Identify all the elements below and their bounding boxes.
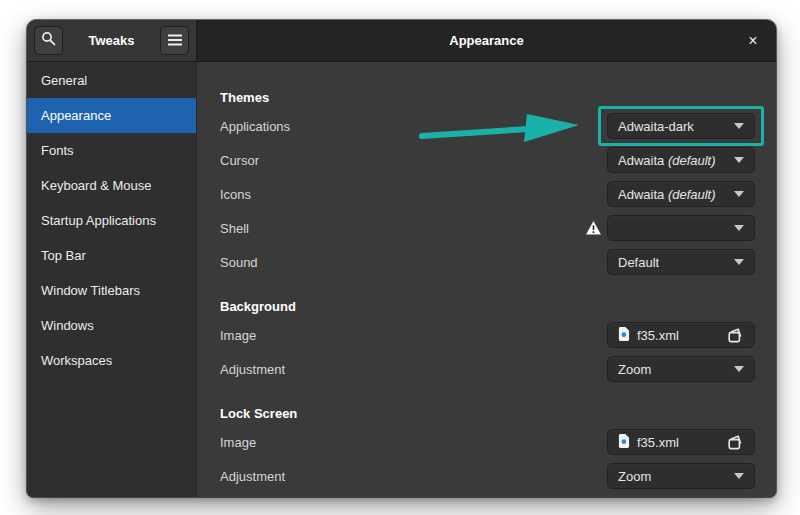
combo-value: Zoom bbox=[618, 469, 651, 484]
search-icon bbox=[41, 31, 56, 50]
page-title: Appearance bbox=[449, 33, 523, 48]
sidebar-item-top-bar[interactable]: Top Bar bbox=[27, 238, 196, 273]
settings-row-background-adjustment: AdjustmentZoom bbox=[220, 356, 755, 382]
sidebar-item-workspaces[interactable]: Workspaces bbox=[27, 343, 196, 378]
combo-value: Adwaita (default) bbox=[618, 153, 716, 168]
open-file-icon bbox=[727, 328, 744, 343]
sidebar-item-fonts[interactable]: Fonts bbox=[27, 133, 196, 168]
row-label: Icons bbox=[220, 187, 251, 202]
open-file-icon bbox=[727, 435, 744, 450]
sidebar-item-appearance[interactable]: Appearance bbox=[27, 98, 196, 133]
file-chooser-lock-screen-image[interactable]: f35.xml bbox=[607, 429, 755, 455]
settings-row-themes-sound: SoundDefault bbox=[220, 249, 755, 275]
headerbar: Tweaks Appearance × bbox=[27, 20, 776, 62]
settings-row-themes-cursor: CursorAdwaita (default) bbox=[220, 147, 755, 173]
section-title-lock-screen: Lock Screen bbox=[220, 406, 755, 422]
menu-button[interactable] bbox=[160, 26, 189, 55]
app-title: Tweaks bbox=[63, 33, 160, 48]
file-name: f35.xml bbox=[637, 435, 679, 450]
combo-themes-icons[interactable]: Adwaita (default) bbox=[607, 181, 755, 207]
row-label: Shell bbox=[220, 221, 249, 236]
combo-themes-cursor[interactable]: Adwaita (default) bbox=[607, 147, 755, 173]
chevron-down-icon bbox=[734, 259, 744, 265]
sidebar: GeneralAppearanceFontsKeyboard & MouseSt… bbox=[27, 62, 197, 497]
chevron-down-icon bbox=[734, 157, 744, 163]
section-title-themes: Themes bbox=[220, 90, 755, 106]
combo-value: Zoom bbox=[618, 362, 651, 377]
combo-lock-screen-adjustment[interactable]: Zoom bbox=[607, 463, 755, 489]
settings-row-lock-screen-image: Imagef35.xml bbox=[220, 429, 755, 455]
combo-value: Adwaita-dark bbox=[618, 119, 694, 134]
row-label: Image bbox=[220, 328, 256, 343]
sidebar-item-window-titlebars[interactable]: Window Titlebars bbox=[27, 273, 196, 308]
warning-icon bbox=[586, 221, 601, 235]
combo-themes-shell[interactable] bbox=[607, 215, 755, 241]
search-button[interactable] bbox=[34, 26, 63, 55]
row-label: Adjustment bbox=[220, 362, 285, 377]
sidebar-item-general[interactable]: General bbox=[27, 63, 196, 98]
file-name: f35.xml bbox=[637, 328, 679, 343]
screenshot-canvas: Tweaks Appearance × GeneralAppearanceFon… bbox=[0, 0, 800, 515]
close-button[interactable]: × bbox=[740, 28, 766, 54]
row-label: Image bbox=[220, 435, 256, 450]
chevron-down-icon bbox=[734, 191, 744, 197]
combo-background-adjustment[interactable]: Zoom bbox=[607, 356, 755, 382]
settings-row-themes-applications: ApplicationsAdwaita-dark bbox=[220, 113, 755, 139]
chevron-down-icon bbox=[734, 473, 744, 479]
chevron-down-icon bbox=[734, 123, 744, 129]
combo-themes-sound[interactable]: Default bbox=[607, 249, 755, 275]
headerbar-left: Tweaks bbox=[27, 20, 197, 61]
settings-row-themes-shell: Shell bbox=[220, 215, 755, 241]
settings-row-themes-icons: IconsAdwaita (default) bbox=[220, 181, 755, 207]
sidebar-item-windows[interactable]: Windows bbox=[27, 308, 196, 343]
sidebar-item-keyboard-mouse[interactable]: Keyboard & Mouse bbox=[27, 168, 196, 203]
combo-value: Default bbox=[618, 255, 659, 270]
chevron-down-icon bbox=[734, 366, 744, 372]
file-icon bbox=[618, 434, 630, 451]
row-label: Sound bbox=[220, 255, 258, 270]
hamburger-menu-icon bbox=[168, 32, 182, 50]
combo-themes-applications[interactable]: Adwaita-dark bbox=[607, 113, 755, 139]
file-icon bbox=[618, 327, 630, 344]
row-label: Applications bbox=[220, 119, 290, 134]
chevron-down-icon bbox=[734, 225, 744, 231]
headerbar-right: Appearance × bbox=[197, 20, 776, 61]
settings-row-background-image: Imagef35.xml bbox=[220, 322, 755, 348]
settings-list: ThemesApplicationsAdwaita-darkCursorAdwa… bbox=[197, 62, 776, 497]
window-body: GeneralAppearanceFontsKeyboard & MouseSt… bbox=[27, 62, 776, 497]
row-label: Cursor bbox=[220, 153, 259, 168]
row-label: Adjustment bbox=[220, 469, 285, 484]
file-chooser-background-image[interactable]: f35.xml bbox=[607, 322, 755, 348]
section-title-background: Background bbox=[220, 299, 755, 315]
combo-value: Adwaita (default) bbox=[618, 187, 716, 202]
tweaks-window: Tweaks Appearance × GeneralAppearanceFon… bbox=[27, 20, 776, 497]
settings-row-lock-screen-adjustment: AdjustmentZoom bbox=[220, 463, 755, 489]
sidebar-item-startup-applications[interactable]: Startup Applications bbox=[27, 203, 196, 238]
close-icon: × bbox=[748, 32, 757, 50]
